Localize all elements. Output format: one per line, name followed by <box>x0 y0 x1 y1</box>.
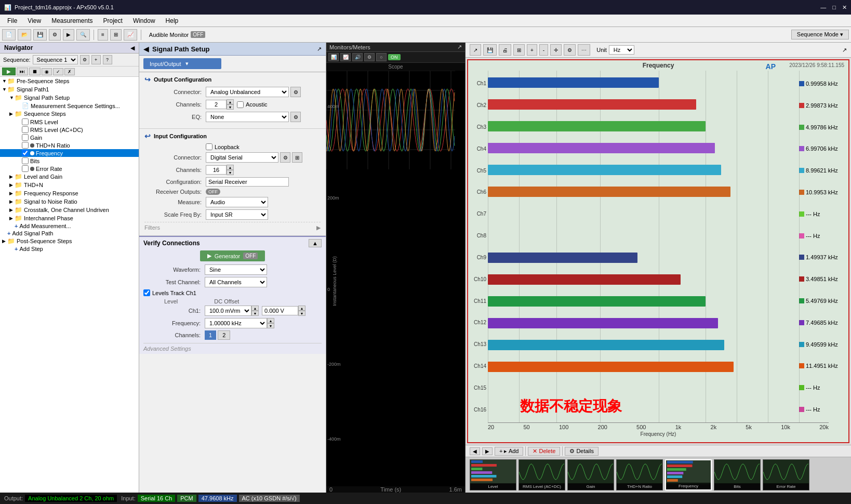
thumbnail-frequency[interactable]: Frequency <box>665 459 712 490</box>
navigator-expand-icon[interactable]: ◀ <box>130 45 135 51</box>
chart-expand-btn[interactable]: ↗ <box>842 47 847 54</box>
input-measure-select[interactable]: Audio <box>206 197 268 207</box>
chart-tool-zoom-out[interactable]: - <box>539 44 548 56</box>
chart-tool-extra[interactable]: ⋯ <box>578 44 590 56</box>
tree-item-add-step[interactable]: +Add Step <box>0 245 139 253</box>
chart-tool-zoom-in[interactable]: + <box>527 44 537 56</box>
io-dropdown-btn[interactable]: Input/Output ▾ <box>143 58 221 69</box>
monitors-on-badge[interactable]: ON <box>388 54 401 60</box>
tree-item-interchannel[interactable]: ▶📁Interchannel Phase <box>0 214 139 222</box>
input-config-input[interactable] <box>206 177 289 187</box>
toolbar-grid[interactable]: ⊞ <box>110 29 122 41</box>
chart-tool-save[interactable]: 💾 <box>483 44 497 56</box>
toolbar-settings[interactable]: ⚙ <box>49 29 61 41</box>
ch1-level-down[interactable]: ▼ <box>251 311 259 316</box>
tree-item-add-meas[interactable]: +Add Measurement... <box>0 222 139 230</box>
input-connector-settings-btn[interactable]: ⚙ <box>280 152 290 163</box>
sequence-settings-btn[interactable]: ⚙ <box>80 55 89 64</box>
tree-item-gain[interactable]: Gain <box>0 134 139 141</box>
tree-checkbox-rms-level[interactable] <box>22 118 29 125</box>
channel-2-btn[interactable]: 2 <box>218 330 230 340</box>
tree-item-crosstalk[interactable]: ▶📁Crosstalk, One Channel Undriven <box>0 206 139 214</box>
input-channels-down-btn[interactable]: ▼ <box>227 170 234 175</box>
details-btn[interactable]: ⚙ Details <box>565 447 599 456</box>
filters-scroll-btn[interactable]: ▶ <box>316 224 321 231</box>
input-loopback-checkbox[interactable] <box>206 143 212 150</box>
test-channel-select[interactable]: All Channels <box>205 277 267 287</box>
tree-item-add-signal-path[interactable]: +Add Signal Path <box>0 230 139 237</box>
chart-tool-expand[interactable]: ↗ <box>470 44 481 56</box>
verify-collapse-btn[interactable]: ▲ <box>309 239 322 247</box>
mon-btn-4[interactable]: ⚙ <box>364 53 375 61</box>
input-connector-select[interactable]: Digital Serial <box>206 152 278 163</box>
tree-checkbox-bits[interactable] <box>22 157 29 164</box>
generator-btn[interactable]: ▶ Generator OFF <box>200 250 265 261</box>
output-connector-select[interactable]: Analog Unbalanced <box>206 87 289 97</box>
menu-file[interactable]: File <box>2 16 22 25</box>
menu-project[interactable]: Project <box>98 16 128 25</box>
tree-item-rms-level-acdc[interactable]: RMS Level (AC+DC) <box>0 126 139 134</box>
toolbar-run[interactable]: ▶ <box>63 29 74 41</box>
minimize-btn[interactable]: — <box>820 4 826 11</box>
thumbnail-error-rate[interactable]: Error Rate <box>763 459 809 490</box>
channels-up-btn[interactable]: ▲ <box>227 99 234 104</box>
tree-item-snr[interactable]: ▶📁Signal to Noise Ratio <box>0 197 139 206</box>
tree-checkbox-frequency[interactable] <box>22 150 29 156</box>
toolbar-new[interactable]: 📄 <box>2 29 16 41</box>
output-channels-input[interactable] <box>206 100 227 109</box>
nav-prev-btn[interactable]: ◀ <box>470 447 480 455</box>
monitors-expand-icon[interactable]: ↗ <box>457 44 462 50</box>
sequence-mode-button[interactable]: Sequence Mode ▾ <box>791 30 849 39</box>
chart-tool-print[interactable]: 🖨 <box>499 44 511 56</box>
input-channels-up-btn[interactable]: ▲ <box>227 165 234 170</box>
tree-item-level-gain[interactable]: ▶📁Level and Gain <box>0 173 139 181</box>
advanced-settings-link[interactable]: Advanced Settings <box>143 343 322 352</box>
freq-up[interactable]: ▲ <box>267 318 274 323</box>
tree-item-bits[interactable]: Bits <box>0 157 139 165</box>
thumbnail-thd+n-ratio[interactable]: THD+N Ratio <box>616 459 663 490</box>
input-connector-extra-btn[interactable]: ⊞ <box>292 152 302 163</box>
tree-checkbox-gain[interactable] <box>22 134 29 141</box>
menu-help[interactable]: Help <box>161 16 184 25</box>
tree-item-meas-seq-settings[interactable]: 📄Measurement Sequence Settings... <box>0 102 139 110</box>
signal-path-back-icon[interactable]: ◀ <box>143 45 149 53</box>
ch1-dc-down[interactable]: ▼ <box>298 311 305 316</box>
tree-item-signal-path1[interactable]: ▼📁Signal Path1 <box>0 85 139 94</box>
tree-checkbox-error-rate[interactable] <box>22 165 29 172</box>
output-eq-select[interactable]: None <box>206 112 289 122</box>
sequence-select[interactable]: Sequence 1 <box>33 55 78 64</box>
tree-item-freq-response[interactable]: ▶📁Frequency Response <box>0 189 139 197</box>
toolbar-chart[interactable]: 📈 <box>124 29 137 41</box>
tree-item-thdn[interactable]: ▶📁THD+N <box>0 181 139 189</box>
close-btn[interactable]: ✕ <box>842 4 847 11</box>
thumbnail-gain[interactable]: Gain <box>567 459 614 490</box>
tree-checkbox-thdn-ratio[interactable] <box>22 142 29 149</box>
delete-btn[interactable]: ✕ Delete <box>528 447 560 456</box>
thumbnail-rms-level-ac+dc[interactable]: RMS Level (AC+DC) <box>518 459 565 490</box>
chart-tool-cursor[interactable]: ✛ <box>550 44 562 56</box>
nav-next-btn[interactable]: ▶ <box>482 447 493 455</box>
tree-item-frequency[interactable]: Frequency <box>0 149 139 157</box>
freq-down[interactable]: ▼ <box>267 323 274 328</box>
mon-btn-2[interactable]: 📈 <box>340 53 351 61</box>
acoustic-checkbox[interactable] <box>237 101 244 108</box>
sequence-help-btn[interactable]: ? <box>103 55 112 64</box>
nav-x-btn[interactable]: ✗ <box>64 68 75 75</box>
tree-item-seq-steps[interactable]: ▶📁Sequence Steps <box>0 110 139 118</box>
thumbnail-bits[interactable]: Bits <box>714 459 761 490</box>
tree-item-post-seq[interactable]: ▶📁Post-Sequence Steps <box>0 237 139 245</box>
toolbar-list[interactable]: ≡ <box>98 29 108 41</box>
tree-item-signal-path-setup[interactable]: ▼📁Signal Path Setup <box>0 94 139 102</box>
chart-unit-select[interactable]: Hz kHz <box>609 45 634 55</box>
maximize-btn[interactable]: □ <box>832 4 836 11</box>
channels-down-btn[interactable]: ▼ <box>227 104 234 110</box>
ch1-level-select[interactable]: 100.0 mVrms <box>205 306 251 316</box>
tree-checkbox-rms-level-acdc[interactable] <box>22 126 29 133</box>
nav-rec-btn[interactable]: ◉ <box>42 68 52 75</box>
chart-tool-settings[interactable]: ⚙ <box>564 44 576 56</box>
toolbar-open[interactable]: 📂 <box>18 29 31 41</box>
tree-item-rms-level[interactable]: RMS Level <box>0 118 139 126</box>
toolbar-zoom[interactable]: 🔍 <box>76 29 90 41</box>
nav-check-btn[interactable]: ✓ <box>53 68 63 75</box>
input-channels-input[interactable] <box>206 165 227 175</box>
